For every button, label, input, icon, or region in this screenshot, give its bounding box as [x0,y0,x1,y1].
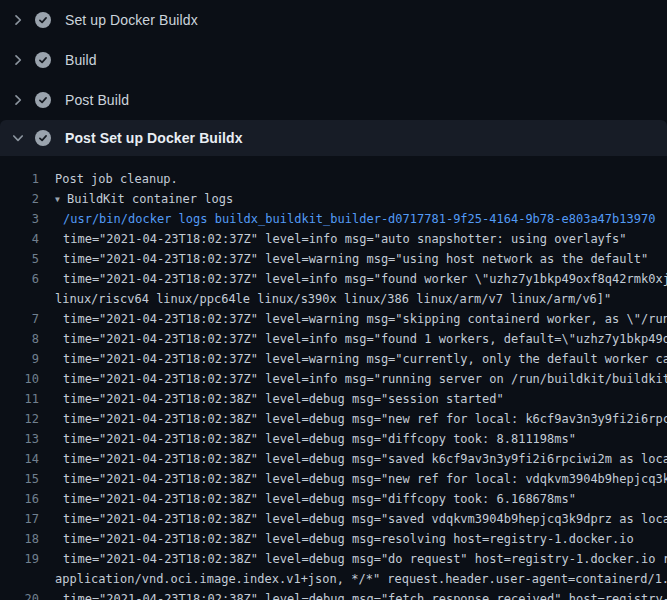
log-text: Post job cleanup. [55,169,178,189]
line-number[interactable]: 19 [0,549,39,569]
line-number[interactable]: 12 [0,409,39,429]
line-number[interactable]: 15 [0,469,39,489]
step-title: Post Set up Docker Buildx [65,130,243,146]
log-text: time="2021-04-23T18:02:38Z" level=debug … [63,529,634,549]
line-number[interactable]: 14 [0,449,39,469]
log-line: 7 time="2021-04-23T18:02:37Z" level=warn… [0,309,667,329]
log-line: 11 time="2021-04-23T18:02:38Z" level=deb… [0,389,667,409]
log-line: 12 time="2021-04-23T18:02:38Z" level=deb… [0,409,667,429]
log-line: 16 time="2021-04-23T18:02:38Z" level=deb… [0,489,667,509]
line-number[interactable]: 13 [0,429,39,449]
line-number[interactable]: 3 [0,209,39,229]
log-text: time="2021-04-23T18:02:38Z" level=debug … [63,429,576,449]
check-circle-icon [35,12,51,28]
line-number[interactable]: 4 [0,229,39,249]
log-line: 2 ▼ BuildKit container logs [0,189,667,209]
log-line: 5 time="2021-04-23T18:02:37Z" level=warn… [0,249,667,269]
line-number[interactable]: 7 [0,309,39,329]
line-number[interactable]: 1 [0,169,39,189]
log-line: 17 time="2021-04-23T18:02:38Z" level=deb… [0,509,667,529]
log-line: 1 Post job cleanup. [0,169,667,189]
log-line: 15 time="2021-04-23T18:02:38Z" level=deb… [0,469,667,489]
check-circle-icon [35,130,51,146]
log-text[interactable]: BuildKit container logs [67,189,233,209]
log-text: time="2021-04-23T18:02:37Z" level=info m… [63,329,667,349]
step-header-build[interactable]: Build [0,40,667,80]
line-number[interactable]: 6 [0,269,39,289]
chevron-down-icon [10,130,26,146]
log-line: 9 time="2021-04-23T18:02:37Z" level=warn… [0,349,667,369]
chevron-right-icon [10,12,26,28]
line-number[interactable]: 2 [0,189,39,209]
line-number[interactable]: 8 [0,329,39,349]
step-title: Build [65,52,97,68]
line-number[interactable]: 20 [0,589,39,600]
log-text: time="2021-04-23T18:02:37Z" level=warnin… [63,349,667,369]
step-header-post-build[interactable]: Post Build [0,80,667,120]
log-line: 6 time="2021-04-23T18:02:37Z" level=info… [0,269,667,289]
log-line: 10 time="2021-04-23T18:02:37Z" level=inf… [0,369,667,389]
log-line: 13 time="2021-04-23T18:02:38Z" level=deb… [0,429,667,449]
check-circle-icon [35,92,51,108]
log-text: time="2021-04-23T18:02:37Z" level=warnin… [63,309,667,329]
log-line: linux/riscv64 linux/ppc64le linux/s390x … [0,289,667,309]
log-text: time="2021-04-23T18:02:38Z" level=debug … [63,589,667,600]
log-line: 20 time="2021-04-23T18:02:38Z" level=deb… [0,589,667,600]
line-number[interactable]: 9 [0,349,39,369]
log-text: time="2021-04-23T18:02:38Z" level=debug … [63,389,504,409]
step-header-set-up-docker-buildx[interactable]: Set up Docker Buildx [0,0,667,40]
line-number[interactable]: 18 [0,529,39,549]
log-line: 4 time="2021-04-23T18:02:37Z" level=info… [0,229,667,249]
log-line: 18 time="2021-04-23T18:02:38Z" level=deb… [0,529,667,549]
chevron-right-icon [10,92,26,108]
group-toggle-icon[interactable]: ▼ [55,190,67,210]
steps-list: Set up Docker Buildx Build Post Buil [0,0,667,156]
step-title: Set up Docker Buildx [65,12,198,28]
log-text: /usr/bin/docker logs buildx_buildkit_bui… [63,209,655,229]
log-text: time="2021-04-23T18:02:38Z" level=debug … [63,509,667,529]
line-number[interactable]: 16 [0,489,39,509]
log-text: time="2021-04-23T18:02:38Z" level=debug … [63,489,576,509]
log-text: time="2021-04-23T18:02:38Z" level=debug … [63,549,667,569]
line-number[interactable]: 10 [0,369,39,389]
log-text: time="2021-04-23T18:02:38Z" level=debug … [63,449,667,469]
check-circle-icon [35,52,51,68]
log-text: time="2021-04-23T18:02:37Z" level=info m… [63,229,627,249]
log-line: 19 time="2021-04-23T18:02:38Z" level=deb… [0,549,667,569]
chevron-right-icon [10,52,26,68]
log-text: time="2021-04-23T18:02:37Z" level=info m… [63,269,667,289]
log-text: time="2021-04-23T18:02:38Z" level=debug … [63,469,667,489]
step-title: Post Build [65,92,129,108]
line-number[interactable]: 17 [0,509,39,529]
log-text: application/vnd.oci.image.index.v1+json,… [55,569,667,589]
log-text: linux/riscv64 linux/ppc64le linux/s390x … [55,289,611,309]
line-number[interactable]: 11 [0,389,39,409]
log-text: time="2021-04-23T18:02:38Z" level=debug … [63,409,667,429]
log-line: 14 time="2021-04-23T18:02:38Z" level=deb… [0,449,667,469]
log-text: time="2021-04-23T18:02:37Z" level=info m… [63,369,667,389]
line-number[interactable]: 5 [0,249,39,269]
log-line: 3 /usr/bin/docker logs buildx_buildkit_b… [0,209,667,229]
log-text: time="2021-04-23T18:02:37Z" level=warnin… [63,249,648,269]
log-line: application/vnd.oci.image.index.v1+json,… [0,569,667,589]
log-line: 8 time="2021-04-23T18:02:37Z" level=info… [0,329,667,349]
log-area: 1 Post job cleanup. 2 ▼ BuildKit contain… [0,156,667,600]
step-header-post-set-up-docker-buildx[interactable]: Post Set up Docker Buildx [0,120,667,156]
